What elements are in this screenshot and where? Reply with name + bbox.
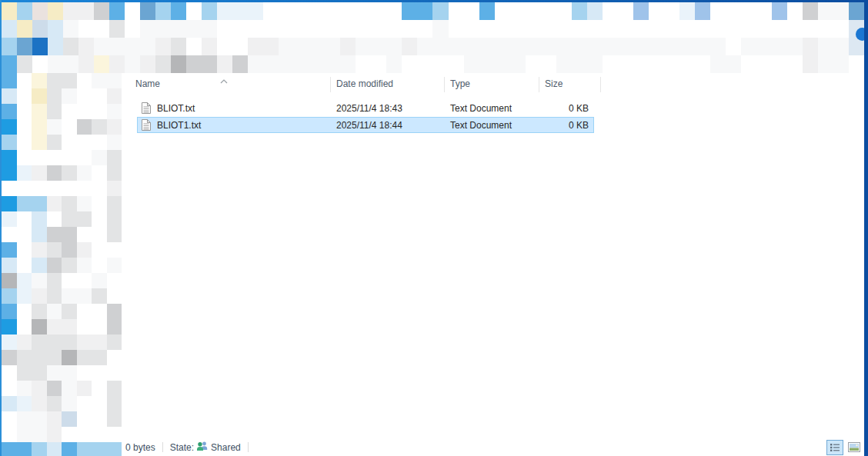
thumbnail-view-icon — [848, 442, 860, 452]
column-header-date-modified[interactable]: Date modified — [336, 78, 393, 89]
text-document-icon — [141, 118, 152, 134]
details-view-button[interactable] — [826, 440, 843, 455]
column-header-row: Name Date modified Type Size — [122, 73, 864, 95]
shared-people-icon — [196, 441, 209, 454]
items-size-summary: 0 bytes — [125, 442, 155, 453]
column-separator[interactable] — [600, 77, 601, 92]
status-bar: 0 bytes State: Shared — [122, 438, 864, 456]
file-explorer-window: Name Date modified Type Size — [0, 0, 868, 456]
file-name: BLIOT.txt — [157, 103, 195, 114]
file-row[interactable]: BLIOT.txt 2025/11/4 18:43 Text Document … — [137, 100, 594, 116]
state-value: Shared — [211, 442, 241, 453]
window-border-right — [864, 0, 868, 456]
status-divider — [248, 442, 249, 452]
details-view-icon — [830, 443, 840, 452]
share-state: State: Shared — [170, 441, 241, 454]
column-header-size[interactable]: Size — [545, 78, 563, 89]
text-document-icon — [141, 102, 152, 117]
file-list-pane: Name Date modified Type Size — [122, 73, 864, 456]
file-size: 0 KB — [569, 120, 589, 131]
file-name: BLIOT1.txt — [157, 120, 201, 131]
large-icons-view-button[interactable] — [846, 440, 863, 455]
column-separator[interactable] — [444, 77, 445, 92]
column-separator[interactable] — [539, 77, 539, 92]
blurred-toolbar-region — [2, 2, 864, 73]
file-size: 0 KB — [569, 103, 589, 114]
window-border-left — [0, 0, 2, 456]
column-header-name[interactable]: Name — [135, 78, 160, 89]
blurred-navigation-pane — [2, 73, 122, 456]
window-border-top — [0, 0, 868, 2]
file-type: Text Document — [450, 103, 512, 114]
file-date-modified: 2025/11/4 18:44 — [336, 120, 402, 131]
status-divider — [162, 442, 163, 452]
column-separator[interactable] — [330, 77, 331, 92]
state-label: State: — [170, 442, 194, 453]
file-date-modified: 2025/11/4 18:43 — [336, 103, 402, 114]
file-type: Text Document — [450, 120, 512, 131]
view-toggle-group — [826, 440, 863, 455]
sort-ascending-icon — [220, 73, 228, 87]
file-row[interactable]: BLIOT1.txt 2025/11/4 18:44 Text Document… — [137, 117, 594, 133]
column-header-type[interactable]: Type — [450, 78, 470, 89]
